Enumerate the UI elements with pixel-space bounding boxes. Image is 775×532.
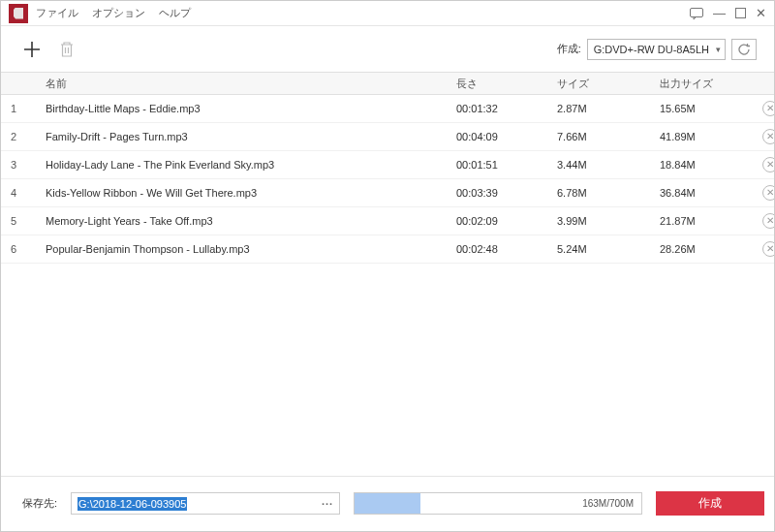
row-output: 15.65M <box>660 103 762 114</box>
save-path-value: G:\2018-12-06-093905 <box>78 497 187 511</box>
toolbar-right: 作成: G:DVD+-RW DU-8A5LH <box>557 39 757 60</box>
add-button[interactable] <box>18 36 46 63</box>
save-path-input[interactable]: G:\2018-12-06-093905 ··· <box>71 492 340 515</box>
row-output: 28.26M <box>660 243 762 255</box>
row-length: 00:01:32 <box>456 103 557 114</box>
row-delete: ✕ <box>762 213 774 229</box>
menu-options[interactable]: オプション <box>92 6 145 20</box>
row-size: 6.78M <box>557 187 660 199</box>
trash-button[interactable] <box>53 36 80 63</box>
table-row[interactable]: 5Memory-Light Years - Take Off.mp300:02:… <box>1 207 774 235</box>
progress-text: 163M/700M <box>582 498 634 509</box>
row-size: 7.66M <box>557 131 660 142</box>
row-index: 4 <box>11 187 34 199</box>
titlebar: ファイル オプション ヘルプ — ✕ <box>1 1 774 25</box>
toolbar: 作成: G:DVD+-RW DU-8A5LH <box>1 25 774 72</box>
table-header: 名前 長さ サイズ 出力サイズ <box>1 72 774 95</box>
destination-value: G:DVD+-RW DU-8A5LH <box>594 44 709 55</box>
delete-icon[interactable]: ✕ <box>762 213 774 229</box>
row-name: Birthday-Little Maps - Eddie.mp3 <box>34 103 456 114</box>
footer: 保存先: G:\2018-12-06-093905 ··· 163M/700M … <box>1 476 774 530</box>
delete-icon[interactable]: ✕ <box>762 157 774 172</box>
table-row[interactable]: 2Family-Drift - Pages Turn.mp300:04:097.… <box>1 123 774 151</box>
row-index: 5 <box>11 215 34 227</box>
row-size: 3.99M <box>557 215 660 227</box>
row-name: Kids-Yellow Ribbon - We Will Get There.m… <box>34 187 456 199</box>
row-output: 18.84M <box>660 159 762 171</box>
svg-rect-0 <box>691 8 703 16</box>
table-body: 1Birthday-Little Maps - Eddie.mp300:01:3… <box>1 95 774 476</box>
delete-icon[interactable]: ✕ <box>762 129 774 144</box>
table-row[interactable]: 1Birthday-Little Maps - Eddie.mp300:01:3… <box>1 95 774 123</box>
row-output: 41.89M <box>660 131 762 142</box>
row-index: 1 <box>11 103 34 114</box>
row-output: 36.84M <box>660 187 762 199</box>
row-name: Holiday-Lady Lane - The Pink Everland Sk… <box>34 159 456 171</box>
save-label: 保存先: <box>22 496 57 511</box>
row-index: 6 <box>11 243 34 255</box>
destination-label: 作成: <box>557 42 581 56</box>
feedback-icon[interactable] <box>690 8 703 19</box>
row-delete: ✕ <box>762 241 774 257</box>
col-header-name[interactable]: 名前 <box>34 77 456 91</box>
refresh-button[interactable] <box>731 39 757 60</box>
delete-icon[interactable]: ✕ <box>762 185 774 201</box>
destination-select[interactable]: G:DVD+-RW DU-8A5LH <box>587 39 726 60</box>
maximize-button[interactable] <box>735 8 746 18</box>
row-length: 00:01:51 <box>456 159 557 171</box>
row-name: Popular-Benjamin Thompson - Lullaby.mp3 <box>34 243 456 255</box>
row-length: 00:02:48 <box>456 243 557 255</box>
row-size: 2.87M <box>557 103 660 114</box>
row-length: 00:04:09 <box>456 131 557 142</box>
menu-file[interactable]: ファイル <box>36 6 78 20</box>
row-delete: ✕ <box>762 185 774 201</box>
row-delete: ✕ <box>762 101 774 116</box>
col-header-size[interactable]: サイズ <box>557 77 660 91</box>
row-length: 00:02:09 <box>456 215 557 227</box>
browse-button[interactable]: ··· <box>322 498 333 510</box>
table-row[interactable]: 3Holiday-Lady Lane - The Pink Everland S… <box>1 151 774 179</box>
row-index: 3 <box>11 159 34 171</box>
table-row[interactable]: 6Popular-Benjamin Thompson - Lullaby.mp3… <box>1 235 774 264</box>
close-button[interactable]: ✕ <box>756 6 766 20</box>
create-button[interactable]: 作成 <box>656 491 764 516</box>
row-delete: ✕ <box>762 157 774 172</box>
minimize-button[interactable]: — <box>713 6 726 20</box>
row-length: 00:03:39 <box>456 187 557 199</box>
row-index: 2 <box>11 131 34 142</box>
app-icon <box>9 4 28 23</box>
col-header-output[interactable]: 出力サイズ <box>660 77 762 91</box>
menu-help[interactable]: ヘルプ <box>159 6 191 20</box>
progress-fill <box>355 493 420 514</box>
row-size: 3.44M <box>557 159 660 171</box>
main-menu: ファイル オプション ヘルプ <box>36 6 690 20</box>
delete-icon[interactable]: ✕ <box>762 101 774 116</box>
window-controls: — ✕ <box>690 6 766 20</box>
row-delete: ✕ <box>762 129 774 144</box>
svg-rect-1 <box>736 9 746 18</box>
table-row[interactable]: 4Kids-Yellow Ribbon - We Will Get There.… <box>1 179 774 207</box>
row-name: Family-Drift - Pages Turn.mp3 <box>34 131 456 142</box>
row-size: 5.24M <box>557 243 660 255</box>
row-output: 21.87M <box>660 215 762 227</box>
row-name: Memory-Light Years - Take Off.mp3 <box>34 215 456 227</box>
col-header-length[interactable]: 長さ <box>456 77 557 91</box>
delete-icon[interactable]: ✕ <box>762 241 774 257</box>
capacity-progress: 163M/700M <box>354 492 642 515</box>
